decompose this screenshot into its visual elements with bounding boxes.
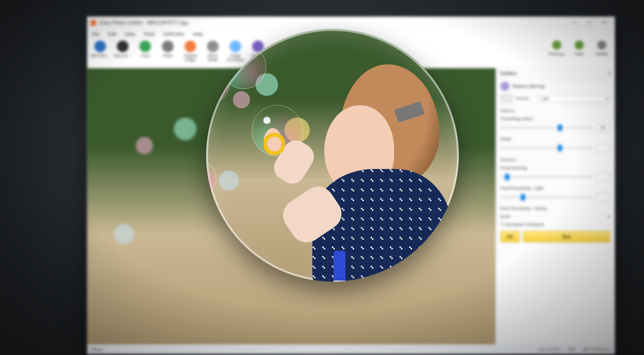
tool-original-image[interactable]: Original Image: [180, 41, 201, 62]
denoise-group-title: Denoise: [500, 157, 610, 162]
tool-redo[interactable]: Redo: [157, 41, 178, 58]
chevron-down-icon[interactable]: ▾: [608, 214, 610, 219]
chevron-down-icon: ▾: [606, 96, 608, 101]
tool-image-correction[interactable]: Image Correction: [225, 41, 246, 62]
tool-label: Redo: [163, 54, 173, 58]
slider-row-detail: [500, 144, 610, 152]
tool-label: Batch Mode: [203, 54, 223, 62]
maximize-button[interactable]: □: [582, 19, 597, 26]
titlebar: Easy Photo Unblur - IMG12970717.jpg — □ …: [87, 17, 615, 29]
menu-softorbits[interactable]: SoftOrbits: [163, 31, 185, 37]
toolbox-panel: Toolbox × Reduce blurring Presets Light …: [496, 68, 615, 344]
postlight-slider[interactable]: [500, 197, 593, 198]
redo-icon: [162, 41, 174, 52]
statusbar: Ready Nov 23 2017 48% 3057×3754×3×1: [87, 344, 615, 354]
label-none: None ▾: [500, 214, 610, 219]
slider-label-postlight: Post Processing - Light: [500, 186, 610, 191]
slider-label-smoothing: Smoothing radius: [500, 116, 610, 121]
bubble-wand-shape: [264, 128, 285, 160]
slider-row-smoothing: 50: [500, 124, 610, 132]
preset-row: Presets Light ▾: [500, 94, 610, 103]
ok-label: OK: [507, 234, 514, 239]
tool-label: Image Correction: [225, 54, 246, 62]
preset-label: Presets: [516, 96, 535, 101]
tool-batch-mode[interactable]: Batch Mode: [203, 41, 223, 62]
smoothing-value-box[interactable]: 50: [596, 124, 610, 132]
detail-slider[interactable]: [500, 147, 593, 149]
options-group-title: Options: [500, 108, 610, 113]
slider-thumb[interactable]: [521, 194, 525, 201]
toolbox-header: Toolbox ×: [496, 68, 615, 79]
preset-value: Light: [541, 96, 549, 101]
menu-file[interactable]: File: [92, 31, 99, 37]
nav-label: Previous: [549, 51, 565, 56]
slider-label-detail: Detail: [500, 136, 610, 141]
menu-tools[interactable]: Tools: [143, 31, 155, 37]
tool-undo[interactable]: Undo: [135, 41, 156, 58]
app-icon: [90, 20, 96, 26]
postlight-value-box[interactable]: [596, 193, 610, 201]
tool-save-as[interactable]: Save as…: [112, 41, 133, 58]
preset-select[interactable]: Light ▾: [538, 95, 610, 102]
delete-icon: [597, 41, 606, 50]
nav-previous[interactable]: Previous: [546, 41, 567, 56]
slider-label-pre: Preprocessing: [500, 165, 610, 170]
slider-thumb[interactable]: [505, 174, 509, 180]
current-tool-row: Reduce blurring: [500, 82, 610, 91]
current-tool-name: Reduce blurring: [513, 84, 545, 89]
image-correction-icon: [230, 41, 241, 52]
label-poststrong: Post Processing - Strong: [500, 206, 610, 211]
run-label: Run: [562, 234, 571, 239]
original-image-icon: [185, 41, 196, 52]
ok-button[interactable]: OK: [500, 231, 520, 242]
batch-icon: [207, 41, 219, 52]
menu-view[interactable]: View: [125, 31, 135, 37]
add-files-icon: [94, 41, 106, 52]
status-zoom: 48%: [568, 347, 575, 352]
detail-value-box[interactable]: [596, 144, 610, 152]
tool-label: Add Files…: [90, 54, 110, 58]
magnifier-lens: [206, 29, 459, 282]
slider-thumb[interactable]: [558, 145, 562, 151]
preset-thumb-icon: [500, 94, 513, 103]
run-button[interactable]: Run: [523, 231, 610, 242]
reduce-blurring-small-icon: [500, 82, 509, 91]
nav-label: Delete: [596, 51, 608, 56]
close-button[interactable]: ×: [597, 19, 611, 26]
bubble-tube-shape: [334, 251, 346, 282]
window-title: Easy Photo Unblur - IMG12970717.jpg: [99, 20, 567, 26]
panel-buttons: OK Run: [496, 228, 615, 247]
tool-label: Original Image: [180, 54, 201, 62]
status-ready: Ready: [91, 347, 102, 352]
nav-next[interactable]: Next: [569, 41, 590, 56]
status-date: Nov 23 2017: [539, 347, 561, 352]
previous-icon: [552, 41, 561, 50]
tool-add-files[interactable]: Add Files…: [90, 41, 110, 58]
preprocessing-slider[interactable]: [500, 176, 593, 178]
slider-row-postlight: [500, 193, 610, 201]
checkbox-icon[interactable]: ☐: [500, 222, 506, 227]
save-icon: [117, 41, 128, 52]
none-label: None: [500, 214, 510, 219]
tool-label: Undo: [141, 54, 150, 58]
smoothing-slider[interactable]: [500, 127, 593, 128]
nav-label: Next: [575, 51, 584, 56]
normalize-checkbox-row[interactable]: ☐ Normalize Histogram: [500, 222, 610, 227]
menu-help[interactable]: Help: [193, 31, 203, 37]
slider-row-pre: [500, 173, 610, 181]
toolbox-title: Toolbox: [500, 71, 517, 76]
normalize-label: Normalize Histogram: [506, 222, 545, 227]
undo-icon: [139, 41, 151, 52]
tool-label: Save as…: [114, 54, 131, 58]
status-dims: 3057×3754×3×1: [582, 347, 611, 352]
menu-edit[interactable]: Edit: [108, 31, 116, 37]
preprocessing-value-box[interactable]: [596, 173, 610, 181]
next-icon: [575, 41, 584, 50]
slider-thumb[interactable]: [558, 125, 562, 131]
minimize-button[interactable]: —: [567, 19, 582, 26]
toolbox-close-icon[interactable]: ×: [608, 71, 611, 76]
nav-delete[interactable]: Delete: [592, 41, 612, 56]
